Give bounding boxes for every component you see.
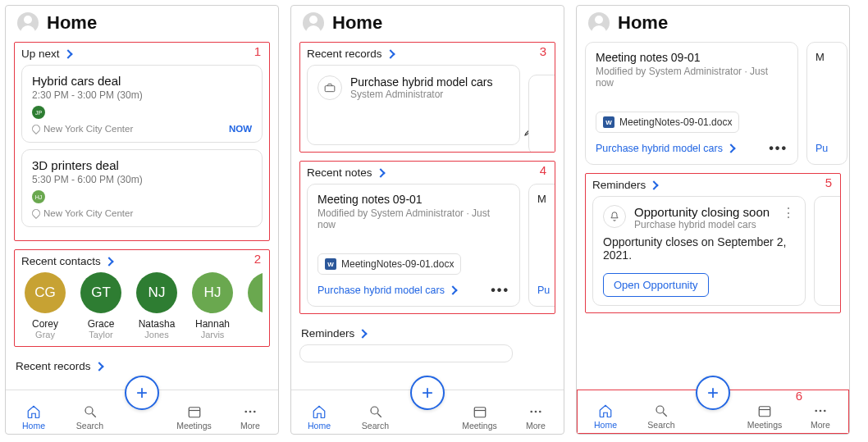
profile-avatar-icon[interactable] bbox=[303, 12, 324, 34]
tab-label: Home bbox=[22, 421, 45, 431]
attendee-avatar-icon: JP bbox=[32, 106, 45, 119]
content-scroll: 3 Recent records Purchase hybrid model c… bbox=[291, 39, 564, 390]
profile-avatar-icon[interactable] bbox=[17, 12, 39, 34]
file-attachment-chip[interactable]: W MeetingNotes-09-01.docx bbox=[318, 253, 461, 275]
tab-more[interactable]: More bbox=[513, 404, 559, 431]
note-peek-title: M bbox=[815, 51, 825, 63]
recent-notes-heading[interactable]: Recent notes bbox=[307, 166, 548, 179]
tab-more[interactable]: More bbox=[797, 403, 843, 430]
chevron-right-icon bbox=[726, 144, 735, 153]
related-record-link[interactable]: Purchase hybrid model cars bbox=[596, 143, 734, 154]
svg-point-5 bbox=[249, 411, 252, 413]
tab-meetings[interactable]: Meetings bbox=[171, 404, 217, 431]
svg-rect-17 bbox=[759, 407, 770, 417]
file-attachment-chip[interactable]: W MeetingNotes-09-01.docx bbox=[596, 112, 739, 133]
note-card[interactable]: Meeting notes 09-01 Modified by System A… bbox=[307, 184, 520, 307]
reminders-heading[interactable]: Reminders bbox=[299, 322, 555, 339]
note-card[interactable]: Meeting notes 09-01 Modified by System A… bbox=[585, 42, 798, 165]
svg-line-9 bbox=[377, 413, 381, 417]
recent-records-heading[interactable]: Recent records bbox=[307, 48, 548, 60]
contact-avatar-icon: CG bbox=[25, 272, 66, 313]
record-card-peek[interactable] bbox=[528, 75, 555, 153]
reminder-card[interactable]: Opportunity closing soon Purchase hybrid… bbox=[592, 196, 806, 306]
overflow-menu-button[interactable]: ••• bbox=[491, 283, 509, 298]
contact-avatar-icon: GT bbox=[80, 272, 121, 313]
section-label: Recent records bbox=[16, 360, 91, 372]
section-label: Reminders bbox=[592, 179, 646, 191]
contact-avatar-icon: NJ bbox=[136, 272, 177, 313]
tab-label: More bbox=[526, 421, 546, 431]
tab-meetings[interactable]: Meetings bbox=[742, 403, 788, 430]
tab-home[interactable]: Home bbox=[582, 403, 628, 430]
tab-label: Meetings bbox=[747, 420, 783, 430]
reminder-card-peek[interactable] bbox=[814, 196, 841, 306]
tab-label: Meetings bbox=[462, 421, 497, 431]
contact-item[interactable]: HJ Hannah Jarvis bbox=[189, 272, 236, 339]
page-title: Home bbox=[332, 12, 382, 34]
note-sub: Modified by System Administrator · Just … bbox=[318, 207, 509, 230]
phone-screen-1: Home 1 Up next Hybrid cars deal 2:30 PM … bbox=[5, 5, 279, 435]
svg-point-20 bbox=[820, 410, 822, 412]
svg-point-0 bbox=[85, 407, 93, 414]
tab-search[interactable]: Search bbox=[67, 404, 113, 431]
fab-add-button[interactable]: + bbox=[410, 376, 445, 410]
meeting-card[interactable]: 3D printers deal 5:30 PM - 6:00 PM (30m)… bbox=[21, 149, 263, 227]
tab-home[interactable]: Home bbox=[11, 404, 57, 431]
tab-label: More bbox=[811, 420, 830, 430]
calendar-icon bbox=[757, 403, 772, 418]
file-name: MeetingNotes-09-01.docx bbox=[619, 116, 732, 128]
tab-label: Search bbox=[76, 421, 103, 431]
overflow-menu-button[interactable]: ••• bbox=[769, 141, 788, 156]
contact-item[interactable]: GT Grace Taylor bbox=[77, 272, 125, 339]
reminders-heading[interactable]: Reminders bbox=[592, 179, 834, 191]
meeting-location: New York City Center bbox=[43, 124, 133, 134]
recent-contacts-heading[interactable]: Recent contacts bbox=[21, 255, 263, 267]
contact-sub: Jarvis bbox=[201, 330, 225, 339]
home-icon bbox=[312, 404, 327, 419]
calendar-icon bbox=[473, 404, 487, 419]
contacts-row[interactable]: CG Corey Gray GT Grace Taylor NJ Natasha… bbox=[21, 272, 263, 339]
section-label: Recent records bbox=[307, 48, 382, 60]
tab-more[interactable]: More bbox=[227, 404, 273, 431]
contact-item[interactable]: NJ Natasha Jones bbox=[133, 272, 180, 339]
recent-records-heading[interactable]: Recent records bbox=[14, 355, 270, 372]
home-icon bbox=[26, 404, 41, 419]
contact-avatar-icon: J bbox=[248, 272, 263, 313]
file-name: MeetingNotes-09-01.docx bbox=[341, 258, 454, 270]
callout-number: 5 bbox=[825, 175, 832, 189]
tab-home[interactable]: Home bbox=[296, 404, 342, 431]
reminder-body: Opportunity closes on September 2, 2021. bbox=[603, 235, 795, 262]
tab-search[interactable]: Search bbox=[638, 403, 684, 430]
svg-point-4 bbox=[244, 411, 247, 413]
tab-meetings[interactable]: Meetings bbox=[457, 404, 503, 431]
up-next-heading[interactable]: Up next bbox=[21, 48, 263, 60]
fab-add-button[interactable]: + bbox=[696, 376, 730, 410]
kebab-menu-button[interactable]: ⋮ bbox=[782, 205, 795, 221]
callout-number: 1 bbox=[254, 44, 261, 58]
contact-sub: Jones bbox=[144, 330, 168, 339]
reminder-card-cutoff[interactable] bbox=[299, 344, 513, 362]
note-card-peek[interactable]: M Pu bbox=[528, 184, 555, 307]
contact-item[interactable]: CG Corey Gray bbox=[21, 272, 69, 339]
now-badge: NOW bbox=[229, 124, 252, 134]
related-record-link[interactable]: Purchase hybrid model cars bbox=[318, 285, 456, 296]
contact-item[interactable]: J Jo P bbox=[244, 272, 263, 339]
meeting-card[interactable]: Hybrid cars deal 2:30 PM - 3:00 PM (30m)… bbox=[21, 65, 263, 143]
svg-line-16 bbox=[663, 412, 667, 417]
tab-bar: + Home Search Meetings More bbox=[291, 390, 564, 434]
meeting-location: New York City Center bbox=[43, 208, 133, 218]
open-opportunity-button[interactable]: Open Opportunity bbox=[603, 273, 709, 297]
record-card[interactable]: Purchase hybrid model cars System Admini… bbox=[307, 65, 520, 145]
contact-name: Hannah bbox=[195, 318, 230, 330]
fab-add-button[interactable]: + bbox=[125, 376, 159, 410]
callout-number: 4 bbox=[540, 163, 546, 177]
profile-avatar-icon[interactable] bbox=[588, 12, 610, 34]
note-peek-link: Pu bbox=[815, 143, 828, 154]
tab-search[interactable]: Search bbox=[353, 404, 399, 431]
reminders-section: 5 Reminders Opportunity closing soon Pur… bbox=[585, 173, 841, 313]
svg-point-6 bbox=[254, 411, 256, 413]
section-label: Reminders bbox=[301, 327, 354, 339]
note-card-peek[interactable]: M Pu bbox=[806, 42, 847, 165]
contact-avatar-icon: HJ bbox=[192, 272, 233, 313]
contact-sub: Taylor bbox=[89, 330, 112, 339]
